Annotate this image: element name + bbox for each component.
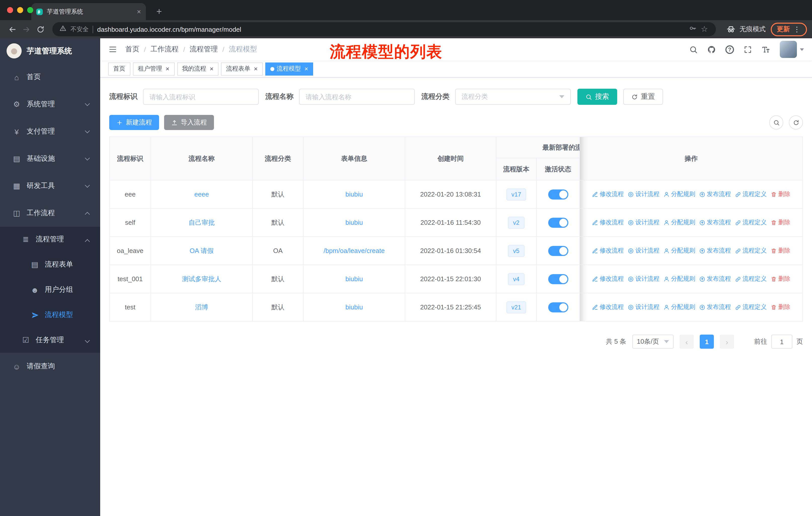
url-text[interactable]: dashboard.yudao.iocoder.cn/bpm/manager/m… bbox=[97, 25, 685, 33]
user-menu[interactable] bbox=[780, 41, 804, 58]
create-process-button[interactable]: 新建流程 bbox=[109, 115, 159, 130]
new-tab-button[interactable]: + bbox=[153, 6, 165, 16]
form-info-link[interactable]: biubiu bbox=[345, 190, 363, 198]
reset-button[interactable]: 重置 bbox=[623, 89, 663, 105]
zoom-window-button[interactable] bbox=[27, 7, 33, 13]
close-icon[interactable]: × bbox=[166, 65, 169, 72]
form-info-link[interactable]: biubiu bbox=[345, 303, 363, 311]
bookmark-star-icon[interactable]: ☆ bbox=[701, 25, 709, 33]
active-toggle[interactable] bbox=[548, 302, 568, 312]
active-toggle[interactable] bbox=[548, 274, 568, 284]
security-label[interactable]: 不安全 bbox=[70, 25, 89, 33]
process-definition-link[interactable]: 流程定义 bbox=[735, 275, 767, 283]
process-key-input[interactable] bbox=[143, 89, 259, 105]
delete-process-link[interactable]: 删除 bbox=[771, 190, 790, 198]
publish-process-link[interactable]: 发布流程 bbox=[699, 218, 731, 227]
process-definition-link[interactable]: 流程定义 bbox=[735, 246, 767, 255]
modify-process-link[interactable]: 修改流程 bbox=[592, 246, 624, 255]
sidebar-item-user-group[interactable]: ☻ 用户分组 bbox=[0, 277, 100, 302]
assign-rule-link[interactable]: 分配规则 bbox=[664, 218, 695, 227]
process-definition-link[interactable]: 流程定义 bbox=[735, 303, 767, 311]
sidebar-item-payment[interactable]: ¥ 支付管理 bbox=[0, 118, 100, 145]
toggle-search-button[interactable] bbox=[769, 115, 783, 130]
design-process-link[interactable]: 设计流程 bbox=[628, 218, 660, 227]
page-number-button[interactable]: 1 bbox=[700, 334, 714, 349]
reload-button[interactable] bbox=[33, 22, 47, 36]
modify-process-link[interactable]: 修改流程 bbox=[592, 303, 624, 311]
sidebar-item-infrastructure[interactable]: ▤ 基础设施 bbox=[0, 145, 100, 172]
page-size-select[interactable]: 10条/页 bbox=[632, 334, 673, 349]
refresh-table-button[interactable] bbox=[789, 115, 803, 130]
assign-rule-link[interactable]: 分配规则 bbox=[664, 190, 695, 198]
tab-my-process[interactable]: 我的流程 × bbox=[177, 62, 219, 75]
delete-process-link[interactable]: 删除 bbox=[771, 303, 790, 311]
avatar[interactable] bbox=[780, 41, 797, 58]
assign-rule-link[interactable]: 分配规则 bbox=[664, 275, 695, 283]
sidebar-item-process-form[interactable]: ▤ 流程表单 bbox=[0, 252, 100, 277]
breadcrumb-item[interactable]: 首页 bbox=[125, 45, 140, 54]
form-info-link[interactable]: biubiu bbox=[345, 275, 363, 283]
sidebar-item-task-management[interactable]: ☑ 任务管理 bbox=[0, 328, 100, 353]
modify-process-link[interactable]: 修改流程 bbox=[592, 275, 624, 283]
minimize-window-button[interactable] bbox=[17, 7, 23, 13]
process-name-link[interactable]: eeee bbox=[194, 190, 209, 198]
browser-tab[interactable]: 芋道管理系统 × bbox=[31, 3, 146, 20]
close-icon[interactable]: × bbox=[210, 65, 213, 72]
process-name-link[interactable]: 滔博 bbox=[195, 303, 208, 311]
publish-process-link[interactable]: 发布流程 bbox=[699, 246, 731, 255]
forward-button[interactable] bbox=[19, 22, 33, 36]
active-toggle[interactable] bbox=[548, 189, 568, 199]
modify-process-link[interactable]: 修改流程 bbox=[592, 190, 624, 198]
search-icon[interactable] bbox=[689, 45, 698, 54]
tab-close-icon[interactable]: × bbox=[137, 8, 141, 15]
github-icon[interactable] bbox=[707, 45, 716, 54]
tab-home[interactable]: 首页 bbox=[108, 62, 130, 75]
publish-process-link[interactable]: 发布流程 bbox=[699, 275, 731, 283]
process-name-link[interactable]: 测试多审批人 bbox=[182, 275, 221, 282]
process-definition-link[interactable]: 流程定义 bbox=[735, 218, 767, 227]
process-name-link[interactable]: OA 请假 bbox=[190, 247, 213, 254]
delete-process-link[interactable]: 删除 bbox=[771, 218, 790, 227]
form-info-link[interactable]: /bpm/oa/leave/create bbox=[324, 247, 385, 254]
delete-process-link[interactable]: 删除 bbox=[771, 246, 790, 255]
tab-process-model[interactable]: 流程模型 × bbox=[265, 62, 313, 75]
close-icon[interactable]: × bbox=[254, 65, 258, 72]
design-process-link[interactable]: 设计流程 bbox=[628, 275, 660, 283]
design-process-link[interactable]: 设计流程 bbox=[628, 303, 660, 311]
help-icon[interactable]: ? bbox=[725, 45, 734, 54]
sidebar-item-system[interactable]: ⚙ 系统管理 bbox=[0, 91, 100, 118]
active-toggle[interactable] bbox=[548, 246, 568, 256]
close-window-button[interactable] bbox=[7, 7, 13, 13]
browser-update-button[interactable]: 更新 ⋮ bbox=[771, 22, 807, 36]
active-toggle[interactable] bbox=[548, 217, 568, 227]
publish-process-link[interactable]: 发布流程 bbox=[699, 303, 731, 311]
assign-rule-link[interactable]: 分配规则 bbox=[664, 303, 695, 311]
tab-tenant-management[interactable]: 租户管理 × bbox=[133, 62, 174, 75]
sidebar-item-leave-query[interactable]: ☺ 请假查询 bbox=[0, 353, 100, 380]
close-icon[interactable]: × bbox=[304, 65, 308, 72]
prev-page-button[interactable]: ‹ bbox=[679, 334, 694, 349]
back-button[interactable] bbox=[5, 22, 19, 36]
search-button[interactable]: 搜索 bbox=[577, 89, 617, 105]
hamburger-icon[interactable] bbox=[108, 45, 117, 53]
tab-process-form[interactable]: 流程表单 × bbox=[221, 62, 263, 75]
next-page-button[interactable]: › bbox=[720, 334, 734, 349]
assign-rule-link[interactable]: 分配规则 bbox=[664, 246, 695, 255]
password-key-icon[interactable] bbox=[689, 24, 697, 34]
app-logo[interactable]: 芋道管理系统 bbox=[0, 38, 100, 63]
breadcrumb-item[interactable]: 工作流程 bbox=[150, 45, 179, 54]
design-process-link[interactable]: 设计流程 bbox=[628, 190, 660, 198]
browser-menu-icon[interactable]: ⋮ bbox=[793, 25, 801, 33]
fullscreen-icon[interactable] bbox=[744, 45, 752, 54]
process-name-input[interactable] bbox=[299, 89, 415, 105]
import-process-button[interactable]: 导入流程 bbox=[164, 115, 214, 130]
goto-page-input[interactable] bbox=[771, 334, 792, 349]
sidebar-item-devtools[interactable]: ▦ 研发工具 bbox=[0, 172, 100, 199]
form-info-link[interactable]: biubiu bbox=[345, 219, 363, 226]
process-definition-link[interactable]: 流程定义 bbox=[735, 190, 767, 198]
publish-process-link[interactable]: 发布流程 bbox=[699, 190, 731, 198]
sidebar-item-process-management[interactable]: ≣ 流程管理 bbox=[0, 227, 100, 252]
url-bar[interactable]: 不安全 dashboard.yudao.iocoder.cn/bpm/manag… bbox=[52, 22, 716, 36]
design-process-link[interactable]: 设计流程 bbox=[628, 246, 660, 255]
process-name-link[interactable]: 自己审批 bbox=[188, 218, 215, 226]
